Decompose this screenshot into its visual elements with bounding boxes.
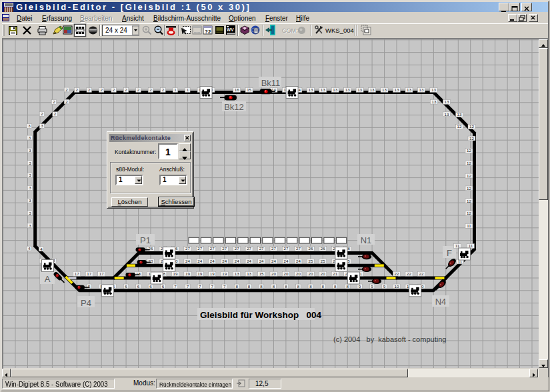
svg-text:25: 25 — [321, 259, 325, 263]
svg-text:N4: N4 — [435, 297, 447, 307]
svg-text:12: 12 — [467, 173, 471, 178]
svg-text:17: 17 — [87, 271, 91, 276]
svg-text:24: 24 — [210, 259, 215, 263]
svg-text:27: 27 — [296, 246, 301, 251]
svg-text:24: 24 — [197, 259, 202, 263]
svg-text:13: 13 — [308, 87, 313, 92]
svg-text:9: 9 — [371, 284, 373, 289]
svg-text:12: 12 — [469, 124, 474, 129]
svg-text:27: 27 — [247, 246, 251, 251]
svg-text:A: A — [45, 274, 51, 284]
svg-text:22: 22 — [407, 271, 411, 276]
svg-text:22: 22 — [395, 271, 399, 276]
svg-text:(c) 2004 by kabasoft - comp: (c) 2004 by kabasoft - computing — [333, 335, 446, 343]
svg-text:12: 12 — [457, 124, 462, 129]
svg-text:13: 13 — [357, 87, 362, 92]
svg-text:17: 17 — [75, 271, 79, 276]
svg-text:2: 2 — [53, 99, 55, 104]
svg-text:20: 20 — [321, 271, 325, 276]
svg-text:2: 2 — [100, 87, 103, 92]
svg-text:27: 27 — [259, 246, 264, 251]
svg-text:3: 3 — [41, 123, 43, 128]
svg-text:27: 27 — [271, 246, 276, 251]
svg-text:24 x 24: 24 x 24 — [105, 27, 127, 34]
svg-text:27: 27 — [222, 246, 227, 251]
svg-text:9: 9 — [359, 284, 361, 289]
svg-text:2: 2 — [41, 111, 43, 116]
svg-text:1: 1 — [187, 87, 189, 92]
svg-text:20: 20 — [283, 271, 288, 276]
svg-text:8: 8 — [346, 284, 349, 289]
svg-text:21: 21 — [333, 271, 337, 276]
svg-text:13: 13 — [407, 87, 411, 92]
svg-text:7: 7 — [199, 284, 201, 289]
svg-text:3: 3 — [29, 148, 31, 153]
svg-text:13: 13 — [345, 87, 350, 92]
svg-text:7: 7 — [187, 284, 189, 289]
svg-text:6: 6 — [125, 284, 127, 289]
svg-text:8: 8 — [322, 284, 325, 289]
svg-text:2: 2 — [125, 87, 127, 92]
svg-text:N1: N1 — [361, 235, 372, 245]
svg-text:2: 2 — [137, 87, 140, 92]
svg-text:4: 4 — [28, 246, 31, 251]
svg-text:2: 2 — [208, 29, 211, 35]
svg-text:12: 12 — [467, 199, 471, 203]
svg-text:3: 3 — [29, 173, 31, 177]
svg-text:13: 13 — [419, 87, 423, 92]
svg-text:15: 15 — [259, 271, 264, 276]
svg-text:8: 8 — [297, 284, 300, 289]
svg-text:16: 16 — [235, 87, 239, 92]
svg-text:6: 6 — [137, 284, 140, 289]
svg-text:13: 13 — [247, 271, 251, 276]
svg-text:2: 2 — [65, 99, 68, 104]
svg-text:15: 15 — [247, 87, 251, 92]
svg-text:3: 3 — [29, 185, 31, 190]
svg-text:3: 3 — [28, 123, 31, 128]
svg-text:24: 24 — [247, 259, 251, 263]
svg-text:12: 12 — [467, 186, 471, 191]
svg-text:7: 7 — [211, 284, 213, 289]
svg-text:20: 20 — [308, 271, 313, 276]
svg-text:27: 27 — [185, 246, 190, 251]
svg-text:26: 26 — [321, 246, 325, 251]
svg-text:3: 3 — [29, 198, 31, 203]
svg-text:24: 24 — [283, 259, 288, 263]
svg-text:13: 13 — [445, 112, 449, 117]
svg-text:13: 13 — [457, 112, 462, 117]
svg-text:Bk11: Bk11 — [261, 78, 281, 88]
svg-text:Bk12: Bk12 — [224, 102, 244, 112]
svg-text:3: 3 — [29, 135, 31, 140]
svg-text:11: 11 — [455, 243, 460, 248]
svg-text:13: 13 — [395, 87, 399, 92]
svg-text:13: 13 — [431, 87, 436, 92]
svg-text:2: 2 — [113, 87, 115, 92]
svg-text:7: 7 — [223, 284, 226, 289]
svg-text:22: 22 — [419, 271, 423, 276]
svg-text:26: 26 — [308, 246, 313, 251]
svg-text:24: 24 — [235, 259, 239, 263]
svg-text:19: 19 — [222, 271, 227, 276]
svg-text:2: 2 — [54, 111, 57, 116]
svg-text:12: 12 — [469, 136, 474, 141]
svg-text:7: 7 — [174, 284, 177, 289]
svg-text:8: 8 — [273, 284, 275, 289]
svg-text:24: 24 — [296, 259, 301, 263]
svg-text:8: 8 — [309, 284, 312, 289]
svg-text:2: 2 — [149, 87, 152, 92]
svg-text:27: 27 — [283, 246, 288, 251]
svg-text:19: 19 — [185, 271, 190, 276]
svg-text:3: 3 — [29, 211, 31, 215]
svg-text:P4: P4 — [81, 298, 91, 308]
svg-text:8: 8 — [248, 284, 251, 289]
svg-text:13: 13 — [370, 87, 375, 92]
svg-text:2: 2 — [76, 87, 79, 92]
svg-text:12: 12 — [467, 161, 471, 165]
svg-text:3: 3 — [29, 223, 31, 228]
svg-text:19: 19 — [173, 271, 177, 276]
svg-text:6: 6 — [149, 284, 152, 289]
svg-text:WKS_004: WKS_004 — [325, 27, 354, 34]
svg-text:24: 24 — [222, 259, 227, 263]
svg-text:24: 24 — [185, 259, 190, 263]
svg-text:6: 6 — [162, 284, 165, 289]
